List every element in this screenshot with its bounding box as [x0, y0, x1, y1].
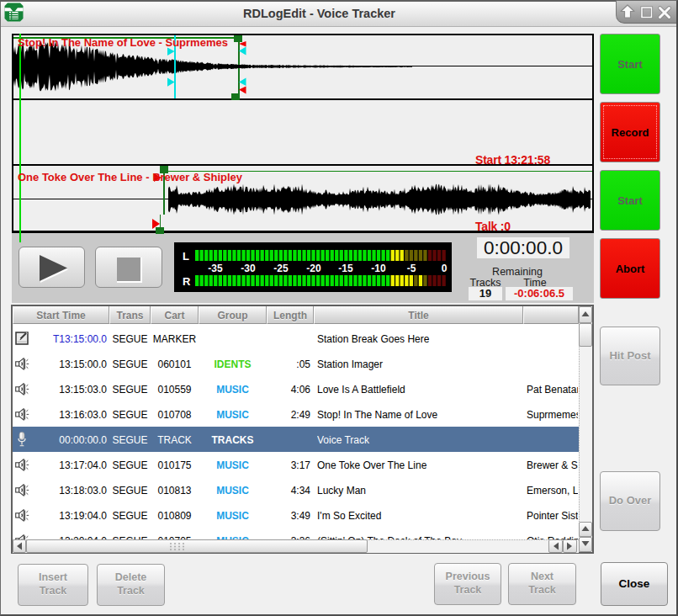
svg-text:-30: -30 [241, 263, 256, 274]
svg-text:-5: -5 [407, 263, 416, 274]
svg-text:-10: -10 [371, 263, 386, 274]
svg-text:-35: -35 [208, 263, 223, 274]
svg-text:-15: -15 [338, 263, 353, 274]
svg-text:0: 0 [442, 263, 448, 274]
svg-text:L: L [183, 250, 189, 263]
svg-text:R: R [183, 275, 191, 288]
svg-text:-20: -20 [306, 263, 321, 274]
svg-text:-25: -25 [273, 263, 289, 274]
